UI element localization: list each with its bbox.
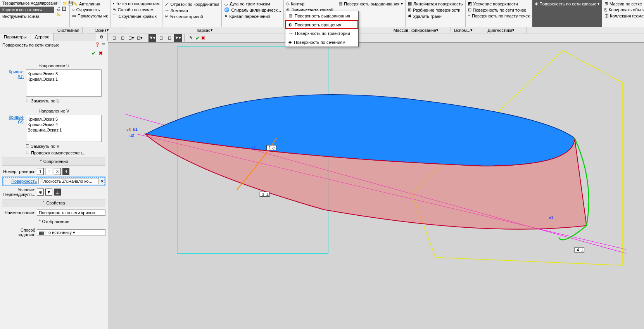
item-surf-extrude[interactable]: ▤Поверхность выдавливания▾ [338,1,404,7]
rb-pattern[interactable]: Массив, копирование ▾ [381,27,451,33]
vt-cancel[interactable]: ✖ [201,35,205,41]
vt-view4[interactable]: ◻▾ [136,34,143,42]
disp-mode-select[interactable]: 📷 По источнику ▾ [37,229,105,236]
cond-icon-3[interactable]: ⊥ [54,189,61,196]
item-contour[interactable]: ◇Контур [285,1,334,7]
list-item[interactable]: Кривая.Эскиз:5 [28,116,100,122]
v-link[interactable]: Кривые (V) [2,115,24,142]
item-delface[interactable]: ✖Удалить грани [407,13,463,19]
rect-icon: ▭ [72,13,76,18]
u-close-cb[interactable]: ☐Замкнуть по U [26,98,105,103]
item-helix[interactable]: 🌀Спираль цилиндрическ... [223,7,282,13]
gear-icon: ⚙ [100,35,104,39]
item-rect[interactable]: ▭Прямоугольник [71,13,109,19]
item-collection[interactable]: ◫Коллекция геометрии [604,13,644,19]
vt-f2[interactable]: ◻ [157,34,165,42]
v-close-cb[interactable]: ☐Замкнуть по V [26,144,105,149]
border-2: 2 [45,168,52,175]
help-icon[interactable]: ❓ [95,42,100,47]
file-print-icon[interactable]: 🖨 🔲 [56,6,68,11]
sketch-icon[interactable]: 📐 [56,12,68,17]
group-net-curves[interactable]: ◈Поверхность по сети кривых▾ [532,0,602,27]
vt-view3[interactable]: ◻▾ [127,34,135,42]
item-trim-surf[interactable]: ◩Усечение поверхности [467,1,531,7]
model-view[interactable]: 1 ◇ 3 ⊥ 4 ⊥ [108,43,644,329]
rb-diag[interactable]: Диагностика ▾ [476,27,527,33]
vt-view1[interactable]: ◻ [110,34,118,42]
list-item[interactable]: Кривая.Эскиз:4 [28,122,100,127]
rb-frame[interactable]: Каркас ▾ [121,27,288,33]
svg-text:4 ⊥: 4 ⊥ [577,248,584,252]
tab-sketch-tools[interactable]: Инструменты эскиза [0,13,54,20]
surface-field[interactable]: Плоскость ZY.Начало ко... [38,178,99,184]
item-autoline[interactable]: 📏Автолиния [71,1,109,7]
list-item[interactable]: Кривая.Эскиз:1 [28,76,100,82]
u-link[interactable]: Кривые (U) [2,69,24,97]
rb-system[interactable]: Системная [54,27,83,33]
group-ruled: ▦Линейчатая поверхность ⊞Разбиение повер… [406,0,465,27]
item-surf-netpts[interactable]: ⊡Поверхность по сети точек [467,7,531,13]
item-polyline[interactable]: 〰Ломаная [164,8,220,13]
border-4[interactable]: 4 [62,168,69,175]
self-intersect-cb[interactable]: ☐Проверка самопересечен... [26,150,105,155]
tab-settings[interactable]: ⚙ [96,33,108,41]
item-surf-net-curves[interactable]: ◈Поверхность по сети кривых▾ [534,1,600,7]
vt-filter[interactable]: ▼▾ [148,34,156,42]
rb-sketch[interactable]: Эскиз ▾ [83,27,121,33]
item-point-coord[interactable]: •Точка по координатам [112,1,161,6]
border-3[interactable]: 3 [54,168,61,175]
apply-button[interactable]: ✔ [92,50,96,56]
item-intersect[interactable]: ✕Кривая пересечения [223,13,282,19]
viewport[interactable]: ◻ ◻ ◻▾ ◻▾ ▼▾ ◻ ◻ ▼▾ ✎ ✔ ✖ 1 ◇ 3 ⊥ 4 [108,33,644,329]
display-header[interactable]: ˄ Отображение [2,218,105,225]
cancel-button[interactable]: ✖ [98,50,103,56]
item-arc3[interactable]: ◡Дуга по трем точкам [223,1,282,7]
dd-revolve[interactable]: ◐Поверхность вращения [285,20,358,29]
cond-icon-2[interactable]: ▼ [45,189,52,196]
tab-tree[interactable]: Дерево [31,33,54,41]
file-new-icon[interactable]: 📄 📁 💾 [56,1,68,6]
u-listbox[interactable]: Кривая.Эскиз:3 Кривая.Эскиз:1 [26,69,102,97]
border-1[interactable]: 1 [37,168,44,175]
item-grid-pattern[interactable]: ⊞Массив по сетке [604,1,644,7]
list-item[interactable]: Вершина.Эскиз:1 [28,127,100,133]
item-split[interactable]: ⊞Разбиение поверхности [407,7,463,13]
cond-icon-1[interactable]: ⊕ [37,189,44,196]
trim-surf-icon: ◩ [468,1,472,6]
item-circle[interactable]: ○Окружность [71,7,109,12]
panel-title: Поверхность по сети кривых ❓ ☰ [0,41,108,48]
label-v3: v3 [126,128,131,132]
surface-link[interactable]: Поверхность [4,179,37,184]
item-spline[interactable]: ∿Сплайн по точкам [112,7,161,12]
tab-solid[interactable]: Твердотельное моделирование [0,0,54,7]
vt-f3[interactable]: ◻ [166,34,173,42]
list-icon[interactable]: ☰ [102,42,105,47]
tab-wireframe-surfaces[interactable]: Каркас и поверхности [0,7,54,13]
extrude-icon: ▤ [288,13,292,18]
dd-extrude[interactable]: ▤Поверхность выдавливания [285,11,358,20]
item-copy[interactable]: ⎘Копировать объекты [604,7,644,12]
delete-face-icon: ✖ [408,14,411,19]
item-segment[interactable]: ／Отрезок по координатам [164,1,220,7]
dd-sweep[interactable]: 〰Поверхность по траектории [285,29,358,38]
clear-icon[interactable]: ✕ [100,179,104,184]
tab-parameters[interactable]: Параметры [0,33,31,41]
item-trim[interactable]: ✂Усечение кривой [164,14,220,19]
rb-aux[interactable]: Вспом... ▾ [451,27,476,33]
props-header[interactable]: ˄ Свойства [2,199,105,207]
panel-title-text: Поверхность по сети кривых [2,43,59,47]
vt-apply[interactable]: ✔ [195,35,200,41]
vt-view2[interactable]: ◻ [119,34,126,42]
mates-header[interactable]: ˄ Сопряжения [2,158,105,166]
dd-loft[interactable]: ◈Поверхность по сечениям [285,38,358,47]
v-listbox[interactable]: Кривая.Эскиз:5 Кривая.Эскиз:4 Вершина.Эс… [26,115,102,142]
item-surf-layer[interactable]: ≡Поверхность по пласту точек [467,13,531,19]
naming-label: Наименование: [2,210,35,215]
item-ruled[interactable]: ▦Линейчатая поверхность [407,1,463,7]
naming-field[interactable]: Поверхность по сети кривых [37,210,105,216]
list-item[interactable]: Кривая.Эскиз:3 [28,71,100,76]
vt-f4[interactable]: ▼▾ [174,34,182,42]
vt-pen[interactable]: ✎ [187,34,195,42]
u-header: Направление U [2,63,105,68]
item-fillet[interactable]: ⌒Скругление кривых [112,13,161,19]
